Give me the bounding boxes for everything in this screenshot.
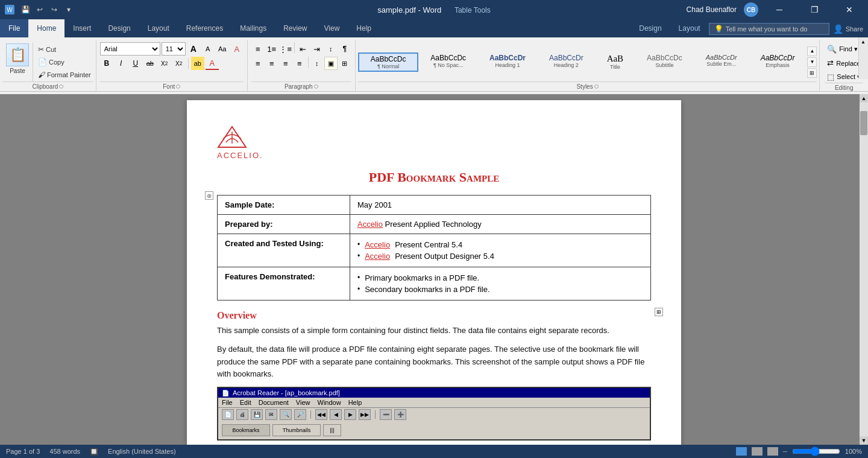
table-move-handle[interactable]: ⊕ <box>205 191 213 200</box>
align-center-button[interactable]: ≡ <box>265 57 278 70</box>
acrobat-next[interactable]: ▶ <box>344 409 356 420</box>
restore-button[interactable]: ❐ <box>800 0 828 19</box>
shading-button[interactable]: ▣ <box>324 57 338 70</box>
multilevel-list-button[interactable]: ⋮≡ <box>279 42 292 56</box>
accelio-link-1[interactable]: Accelio <box>357 220 383 229</box>
tab-mailings[interactable]: Mailings <box>231 19 275 37</box>
acrobat-tool-4[interactable]: ✉ <box>265 409 277 420</box>
acrobat-prev[interactable]: ◀ <box>330 409 342 420</box>
tab-table-design[interactable]: Design <box>631 19 670 37</box>
subscript-button[interactable]: X2 <box>158 57 171 70</box>
bold-button[interactable]: B <box>100 57 113 70</box>
acrobat-tool-6[interactable]: 🔎 <box>294 409 306 420</box>
style-emphasis-item[interactable]: AaBbCcDr Emphasis <box>749 52 807 72</box>
style-nospace-item[interactable]: AaBbCcDc ¶ No Spac... <box>419 52 477 72</box>
sort-button[interactable]: ↕ <box>324 42 338 56</box>
acrobat-menu-window[interactable]: Window <box>318 399 341 406</box>
acrobat-menu-file[interactable]: File <box>222 399 233 406</box>
underline-button[interactable]: U <box>129 57 142 70</box>
font-grow-button[interactable]: A <box>187 42 200 56</box>
copy-button[interactable]: 📄 Copy <box>36 56 93 68</box>
styles-scroll-up[interactable]: ▲ <box>807 46 817 56</box>
paste-button[interactable]: 📋 Paste <box>2 42 33 81</box>
text-highlight-button[interactable]: ab <box>191 57 204 70</box>
font-color-button[interactable]: A <box>206 57 219 70</box>
tab-file[interactable]: File <box>0 19 28 37</box>
italic-button[interactable]: I <box>115 57 128 70</box>
font-shrink-button[interactable]: A <box>201 42 215 56</box>
style-normal-item[interactable]: AaBbCcDc ¶ Normal <box>358 52 419 72</box>
accelio-link-3[interactable]: Accelio <box>365 252 390 261</box>
bullets-button[interactable]: ≡ <box>251 42 265 56</box>
align-left-button[interactable]: ≡ <box>251 57 265 70</box>
style-subtitle-item[interactable]: AaBbCcDc Subtitle <box>635 52 694 72</box>
zoom-slider[interactable] <box>792 447 840 456</box>
justify-button[interactable]: ≡ <box>293 57 306 70</box>
style-subtle-em-item[interactable]: AaBbCcDr Subtle Em... <box>694 52 749 72</box>
styles-expand-button[interactable]: ⊞ <box>807 68 817 78</box>
acrobat-menu-document[interactable]: Document <box>259 399 289 406</box>
cut-button[interactable]: ✂ Cut <box>36 43 93 56</box>
save-icon[interactable]: 💾 <box>19 4 31 16</box>
acrobat-prev-page[interactable]: ◀◀ <box>315 409 327 420</box>
clipboard-expand-icon[interactable]: ⬡ <box>59 84 63 89</box>
strikethrough-button[interactable]: ab <box>143 57 157 70</box>
numbering-button[interactable]: 1≡ <box>265 42 278 56</box>
close-button[interactable]: ✕ <box>835 0 863 19</box>
acrobat-menu-edit[interactable]: Edit <box>240 399 251 406</box>
quick-access-dropdown-icon[interactable]: ▾ <box>63 4 75 16</box>
section-expand-handle[interactable]: ⊞ <box>655 308 663 316</box>
format-painter-button[interactable]: 🖌 Format Painter <box>36 69 93 81</box>
read-mode-button[interactable] <box>736 447 747 456</box>
undo-icon[interactable]: ↩ <box>34 4 46 16</box>
find-button[interactable]: 🔍 Find ▾ <box>825 43 863 55</box>
acrobat-menu-help[interactable]: Help <box>348 399 362 406</box>
acrobat-menu-view[interactable]: View <box>296 399 310 406</box>
acrobat-panel-tab[interactable]: ||| <box>323 424 341 436</box>
font-expand-icon[interactable]: ⬡ <box>176 84 180 89</box>
scroll-thumb[interactable] <box>860 111 867 135</box>
acrobat-zoom-in[interactable]: ➕ <box>394 409 406 420</box>
paragraph-expand-icon[interactable]: ⬡ <box>314 84 318 89</box>
tell-me-box[interactable]: 💡 Tell me what you want to do <box>709 23 829 35</box>
tab-references[interactable]: References <box>178 19 231 37</box>
acrobat-tool-2[interactable]: 🖨 <box>236 409 248 420</box>
tab-layout[interactable]: Layout <box>139 19 178 37</box>
font-case-button[interactable]: Aa <box>216 42 229 56</box>
styles-scroll-down[interactable]: ▼ <box>807 57 817 67</box>
decrease-indent-button[interactable]: ⇤ <box>297 42 310 56</box>
superscript-button[interactable]: X2 <box>172 57 186 70</box>
acrobat-next-page[interactable]: ▶▶ <box>359 409 371 420</box>
font-size-select[interactable]: 11 <box>162 42 186 56</box>
align-right-button[interactable]: ≡ <box>279 57 292 70</box>
styles-expand-icon[interactable]: ⬡ <box>594 84 599 89</box>
replace-button[interactable]: ⇄ Replace <box>825 57 863 69</box>
line-spacing-button[interactable]: ↕ <box>310 57 324 70</box>
style-heading2-item[interactable]: AaBbCcDr Heading 2 <box>538 52 595 72</box>
acrobat-tool-1[interactable]: 📄 <box>222 409 234 420</box>
tab-review[interactable]: Review <box>275 19 315 37</box>
acrobat-bookmarks-tab[interactable]: Bookmarks <box>222 424 270 436</box>
borders-button[interactable]: ⊞ <box>338 57 351 70</box>
minimize-button[interactable]: ─ <box>766 0 793 19</box>
scroll-up-arrow[interactable]: ▲ <box>860 94 868 103</box>
tab-home[interactable]: Home <box>28 19 64 37</box>
scroll-down-arrow[interactable]: ▼ <box>860 436 868 445</box>
tab-help[interactable]: Help <box>348 19 380 37</box>
increase-indent-button[interactable]: ⇥ <box>310 42 324 56</box>
acrobat-tool-3[interactable]: 💾 <box>251 409 263 420</box>
font-name-select[interactable]: Arial <box>100 42 160 56</box>
select-button[interactable]: ⬚ Select ▾ <box>825 71 863 83</box>
redo-icon[interactable]: ↪ <box>48 4 60 16</box>
acrobat-zoom-out[interactable]: ➖ <box>380 409 392 420</box>
share-button[interactable]: Share <box>846 25 863 33</box>
tab-table-layout[interactable]: Layout <box>670 19 709 37</box>
print-layout-button[interactable] <box>752 447 763 456</box>
ribbon-collapse-button[interactable]: ▲ <box>859 37 867 46</box>
show-hide-button[interactable]: ¶ <box>338 42 351 56</box>
acrobat-tool-5[interactable]: 🔍 <box>280 409 292 420</box>
style-title-item[interactable]: AaB Title <box>596 52 635 72</box>
tab-design[interactable]: Design <box>99 19 139 37</box>
web-layout-button[interactable] <box>767 447 778 456</box>
clear-formatting-button[interactable]: A <box>230 42 244 56</box>
